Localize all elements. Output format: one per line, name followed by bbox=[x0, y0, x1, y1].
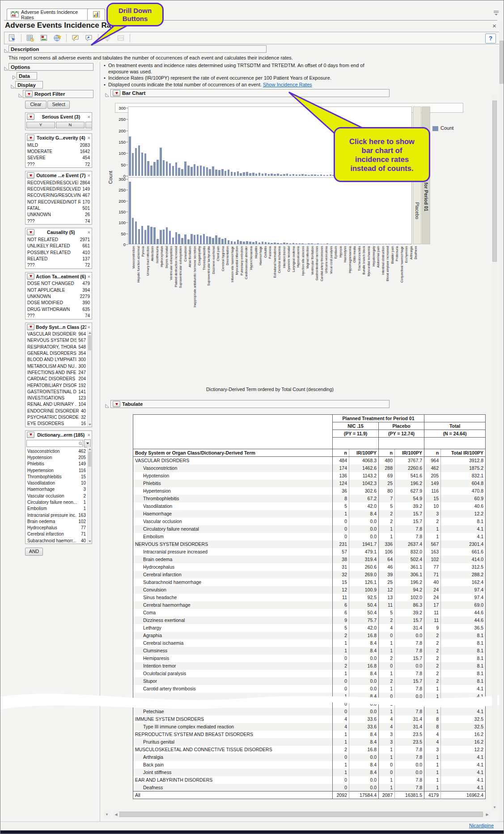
filter-value[interactable]: BLOOD AND LYMPHATI...300 bbox=[25, 357, 88, 363]
scroll-right-icon[interactable]: ▶ bbox=[484, 811, 490, 817]
close-icon[interactable]: × bbox=[492, 22, 496, 30]
filter-value[interactable]: UNKNOWN2279 bbox=[25, 293, 92, 299]
filter-button-n[interactable]: N bbox=[56, 122, 85, 128]
tab-bar-chart[interactable] bbox=[87, 9, 105, 21]
filter-value[interactable]: NERVOUS SYSTEM DIS...567 bbox=[25, 337, 88, 344]
tab-adverse-events-incidence-rates[interactable]: AE Adverse Events Incidence Rates bbox=[7, 9, 93, 21]
disclosure-open-icon[interactable] bbox=[4, 47, 8, 51]
filter-value[interactable]: NOT RECOVERED/NOT RE...170 bbox=[25, 199, 92, 205]
filter-value[interactable]: ???74 bbox=[25, 312, 92, 319]
filter-value[interactable]: FATAL501 bbox=[25, 205, 92, 211]
disclosure-open-icon[interactable] bbox=[105, 91, 110, 95]
open-report-icon[interactable] bbox=[6, 33, 18, 43]
list-scrollbar[interactable] bbox=[87, 447, 92, 544]
red-triangle-menu-icon[interactable] bbox=[25, 91, 33, 97]
search-dropdown-button[interactable] bbox=[84, 439, 91, 447]
scroll-up-icon[interactable] bbox=[89, 332, 91, 334]
red-triangle-menu-icon[interactable] bbox=[113, 90, 120, 96]
disclosure-open-icon[interactable] bbox=[4, 64, 8, 69]
filter-value[interactable]: NOT APPLICABLE394 bbox=[25, 287, 92, 293]
red-triangle-menu-icon[interactable] bbox=[27, 135, 34, 141]
filter-value[interactable]: GASTROINTESTINAL DI...141 bbox=[25, 388, 88, 395]
bar-chart-header[interactable]: Bar Chart bbox=[110, 89, 390, 97]
note-bubble-icon[interactable] bbox=[70, 33, 81, 43]
filter-value[interactable]: Vasoconstriction462 bbox=[25, 448, 88, 454]
study-link[interactable]: Nicardipine bbox=[469, 823, 494, 828]
disclosure-open-icon[interactable] bbox=[11, 82, 15, 87]
scroll-down-icon[interactable] bbox=[89, 540, 91, 542]
filter-value[interactable]: Thrombophlebitis15 bbox=[25, 473, 88, 480]
select-button[interactable]: Select bbox=[47, 101, 70, 109]
filter-value[interactable]: MODERATE1642 bbox=[25, 148, 92, 154]
filter-value[interactable]: CARDIAC DISORDERS204 bbox=[25, 376, 88, 382]
web-report-icon[interactable] bbox=[51, 33, 63, 43]
red-triangle-menu-icon[interactable] bbox=[27, 324, 34, 330]
scroll-left-icon[interactable]: ◀ bbox=[113, 811, 119, 817]
filter-button-y[interactable]: Y bbox=[26, 122, 55, 128]
content-vertical-scrollbar[interactable]: ▼ bbox=[492, 94, 497, 810]
and-button[interactable]: AND bbox=[25, 548, 43, 556]
scrollbar-thumb[interactable] bbox=[119, 812, 483, 817]
filter-value[interactable]: Cerebral infarction71 bbox=[25, 531, 88, 537]
filter-value[interactable]: EYE DISORDERS16 bbox=[25, 421, 88, 427]
save-picture-icon[interactable] bbox=[38, 33, 50, 43]
filter-value[interactable]: HEPATOBILIARY DISOR...192 bbox=[25, 382, 88, 388]
filter-value[interactable]: Hypertension116 bbox=[25, 467, 88, 473]
filter-value[interactable]: ???74 bbox=[25, 218, 92, 224]
window-vertical-scrollbar[interactable] bbox=[499, 21, 504, 822]
filter-value[interactable]: GENERAL DISORDERS A...354 bbox=[25, 350, 88, 356]
filter-value[interactable]: DRUG WITHDRAWN635 bbox=[25, 306, 92, 312]
filter-value[interactable]: SEVERE454 bbox=[25, 155, 92, 161]
sidebar-scroll-down-icon[interactable]: ▼ bbox=[104, 811, 110, 817]
filter-value[interactable]: UNLIKELY RELATED661 bbox=[25, 243, 92, 249]
red-triangle-menu-icon[interactable] bbox=[27, 172, 34, 179]
show-incidence-rates-link[interactable]: Show Incidence Rates bbox=[263, 82, 312, 87]
red-triangle-menu-icon[interactable] bbox=[27, 432, 34, 438]
data-table-icon[interactable] bbox=[25, 33, 36, 43]
data-header[interactable]: Data bbox=[17, 72, 37, 80]
filter-value[interactable]: INFECTIONS AND INFE...247 bbox=[25, 369, 88, 375]
filter-value[interactable]: DOSE NOT CHANGED479 bbox=[25, 281, 92, 287]
filter-value[interactable]: Subarachnoid haemorr...40 bbox=[25, 537, 88, 544]
filter-value[interactable]: RECOVERED/RESOLVED2864 bbox=[25, 179, 92, 186]
list-scrollbar[interactable] bbox=[87, 331, 92, 427]
filter-value[interactable]: DOSE MODIFIED390 bbox=[25, 300, 92, 306]
filter-value[interactable]: RECOVERING/RESOLVING467 bbox=[25, 192, 92, 199]
clear-button[interactable]: Clear bbox=[25, 101, 47, 109]
red-triangle-menu-icon[interactable] bbox=[113, 401, 120, 407]
window-menu-icon[interactable] bbox=[493, 9, 499, 17]
tabulate-header[interactable]: Tabulate bbox=[110, 400, 390, 408]
filter-value[interactable]: RELATED137 bbox=[25, 255, 92, 262]
red-triangle-menu-icon[interactable] bbox=[27, 273, 34, 280]
red-triangle-menu-icon[interactable] bbox=[27, 114, 34, 120]
disclosure-closed-icon[interactable] bbox=[12, 73, 17, 78]
filter-value[interactable]: Hypotension205 bbox=[25, 454, 88, 460]
filter-value[interactable]: PSYCHIATRIC DISORDE...32 bbox=[25, 414, 88, 420]
filter-value[interactable]: UNKNOWN26 bbox=[25, 212, 92, 218]
filter-value[interactable]: Vascular occlusion2 bbox=[25, 493, 88, 499]
filter-value[interactable]: RECOVERED/RESOLVED ...149 bbox=[25, 186, 92, 192]
description-header[interactable]: Description bbox=[8, 45, 267, 53]
filter-value[interactable]: INVESTIGATIONS123 bbox=[25, 395, 88, 401]
filter-value[interactable]: ???72 bbox=[25, 262, 92, 268]
filter-value[interactable]: ???72 bbox=[25, 161, 92, 167]
filter-value[interactable]: Phlebitis149 bbox=[25, 461, 88, 467]
filter-value[interactable]: Haemorrhage3 bbox=[25, 486, 88, 493]
close-icon[interactable]: × bbox=[88, 115, 90, 119]
scroll-down-icon[interactable]: ▼ bbox=[492, 804, 497, 810]
scrollbar-thumb[interactable] bbox=[88, 335, 91, 350]
filter-value[interactable]: METABOLISM AND NU...300 bbox=[25, 363, 88, 369]
filter-value[interactable]: MILD2083 bbox=[25, 142, 92, 148]
scrollbar-thumb[interactable] bbox=[492, 101, 497, 262]
scrollbar-thumb[interactable] bbox=[88, 451, 91, 467]
filter-value[interactable]: ENDOCRINE DISORDERS40 bbox=[25, 408, 88, 414]
close-icon[interactable]: × bbox=[88, 274, 90, 279]
dictionary-search-input[interactable] bbox=[26, 440, 83, 447]
filter-value[interactable]: Brain oedema102 bbox=[25, 518, 88, 524]
close-icon[interactable]: × bbox=[88, 230, 90, 234]
disclosure-open-icon[interactable] bbox=[18, 91, 23, 96]
scrollbar-thumb[interactable] bbox=[500, 41, 504, 84]
report-filter-header[interactable]: Report Filter bbox=[23, 90, 93, 98]
filter-button-partial[interactable] bbox=[85, 122, 92, 128]
filter-value[interactable]: Intracranial pressure inc...163 bbox=[25, 512, 88, 518]
